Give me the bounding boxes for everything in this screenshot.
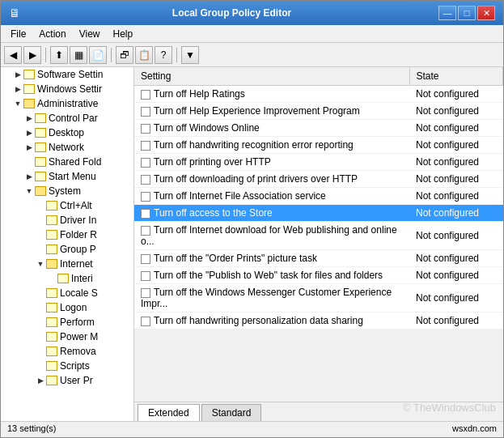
table-row[interactable]: Turn off Internet download for Web publi… (134, 222, 503, 250)
tree-item-driverinfo[interactable]: Driver In (1, 213, 133, 228)
show-hide-button[interactable]: ▦ (70, 46, 87, 64)
properties-button[interactable]: 📋 (135, 46, 153, 64)
folder-icon-software (23, 70, 35, 79)
folder-icon-inter-sub (57, 274, 69, 283)
folder-icon-desktop (35, 128, 46, 138)
folder-icon-userpr (46, 376, 57, 385)
tree-item-grouppol[interactable]: Group P (1, 242, 133, 257)
folder-icon-powerm (46, 332, 57, 342)
export-button[interactable]: 📄 (89, 46, 107, 64)
tree-item-scripts[interactable]: Scripts (1, 359, 133, 373)
tree-item-userpr[interactable]: ▶ User Pr (1, 373, 133, 388)
tree-expand-controlpanel[interactable]: ▶ (23, 113, 35, 124)
tree-label-scripts: Scripts (60, 360, 90, 372)
new-window-button[interactable]: 🗗 (116, 46, 133, 64)
setting-cell: Turn off the "Publish to Web" task for f… (134, 267, 409, 284)
tree-item-inter-sub[interactable]: Interi (1, 271, 133, 286)
tree-label-startmenu: Start Menu (49, 171, 96, 182)
tree-item-network[interactable]: ▶ Network (1, 140, 133, 155)
forward-button[interactable]: ▶ (23, 46, 41, 64)
tree-item-sharedfolder[interactable]: Shared Fold (1, 155, 133, 169)
tree-expand-perform (35, 317, 46, 328)
tree-expand-scripts (35, 360, 46, 372)
table-row[interactable]: Turn off Windows OnlineNot configured (134, 120, 503, 137)
tree-item-internet[interactable]: ▼ Internet (1, 257, 133, 271)
table-row[interactable]: Turn off Help RatingsNot configured (134, 86, 503, 103)
tree-expand-inter-sub (46, 273, 57, 284)
table-row[interactable]: Turn off the "Publish to Web" task for f… (134, 267, 503, 284)
tree-label-locales: Locale S (60, 287, 98, 299)
up-button[interactable]: ⬆ (50, 46, 68, 64)
setting-cell: Turn off Internet download for Web publi… (134, 222, 409, 250)
table-row[interactable]: Turn off access to the StoreNot configur… (134, 205, 503, 222)
tree-item-ctrlalt[interactable]: Ctrl+Alt (1, 198, 133, 213)
tree-expand-windows[interactable]: ▶ (12, 83, 23, 95)
folder-icon-folderr (46, 230, 57, 240)
tree-item-folderr[interactable]: Folder R (1, 228, 133, 242)
tree-item-powerm[interactable]: Power M (1, 330, 133, 344)
table-row[interactable]: Turn off Internet File Association servi… (134, 188, 503, 205)
state-cell: Not configured (409, 284, 503, 313)
row-setting-icon (141, 90, 150, 100)
menu-file[interactable]: File (4, 27, 32, 40)
help-button[interactable]: ? (155, 46, 172, 64)
setting-cell: Turn off the Windows Messenger Customer … (134, 284, 409, 313)
menu-action[interactable]: Action (32, 27, 72, 40)
minimize-button[interactable]: — (438, 6, 456, 20)
close-button[interactable]: ✕ (477, 6, 495, 20)
tree-item-remova[interactable]: Remova (1, 344, 133, 359)
tree-item-startmenu[interactable]: ▶ Start Menu (1, 169, 133, 184)
maximize-button[interactable]: □ (458, 6, 476, 20)
tree-expand-locales (35, 287, 46, 299)
status-count: 13 setting(s) (7, 423, 57, 436)
main-content: ▶ Software Settin ▶ Windows Settir ▼ Adm… (1, 67, 503, 421)
table-row[interactable]: Turn off printing over HTTPNot configure… (134, 154, 503, 171)
tree-item-system[interactable]: ▼ System (1, 184, 133, 198)
table-row[interactable]: Turn off downloading of print drivers ov… (134, 171, 503, 188)
toolbar: ◀ ▶ ⬆ ▦ 📄 🗗 📋 ? ▼ (1, 43, 503, 67)
table-row[interactable]: Turn off handwriting recognition error r… (134, 137, 503, 154)
toolbar-separator-1 (45, 48, 46, 62)
watermark-text: wsxdn.com (452, 423, 497, 436)
tree-expand-administrative[interactable]: ▼ (12, 98, 23, 109)
tree-item-windows[interactable]: ▶ Windows Settir (1, 82, 133, 96)
tree-expand-desktop[interactable]: ▶ (23, 127, 35, 138)
tree-expand-network[interactable]: ▶ (23, 142, 35, 153)
state-cell: Not configured (409, 188, 503, 205)
tree-expand-remova (35, 346, 46, 357)
tree-expand-startmenu[interactable]: ▶ (23, 171, 35, 182)
tree-expand-userpr[interactable]: ▶ (35, 375, 46, 386)
state-cell: Not configured (409, 154, 503, 171)
folder-icon-administrative (23, 99, 35, 108)
tree-expand-internet[interactable]: ▼ (35, 258, 46, 270)
table-row[interactable]: Turn off the "Order Prints" picture task… (134, 250, 503, 267)
back-button[interactable]: ◀ (4, 46, 22, 64)
window-icon: 🖥 (9, 6, 25, 19)
menu-bar: File Action View Help (1, 25, 503, 43)
state-cell: Not configured (409, 250, 503, 267)
tree-item-software[interactable]: ▶ Software Settin (1, 67, 133, 82)
tree-item-perform[interactable]: Perform (1, 315, 133, 330)
table-row[interactable]: Turn off handwriting personalization dat… (134, 313, 503, 330)
filter-button[interactable]: ▼ (181, 46, 199, 64)
folder-icon-sharedfolder (35, 157, 46, 167)
menu-view[interactable]: View (73, 27, 107, 40)
settings-table: Setting State Turn off Help RatingsNot c… (134, 67, 503, 330)
tab-standard[interactable]: Standard (201, 404, 262, 421)
tree-item-locales[interactable]: Locale S (1, 286, 133, 300)
menu-help[interactable]: Help (107, 27, 140, 40)
row-setting-icon (141, 317, 150, 326)
tab-extended[interactable]: Extended (138, 404, 200, 421)
tree-item-logon[interactable]: Logon (1, 300, 133, 315)
table-row[interactable]: Turn off Help Experience Improvement Pro… (134, 103, 503, 120)
tree-label-administrative: Administrative (37, 98, 98, 109)
tree-expand-system[interactable]: ▼ (23, 185, 35, 197)
tree-expand-powerm (35, 331, 46, 342)
tree-label-system: System (49, 185, 81, 197)
table-row[interactable]: Turn off the Windows Messenger Customer … (134, 284, 503, 313)
tree-item-desktop[interactable]: ▶ Desktop (1, 125, 133, 140)
tree-item-controlpanel[interactable]: ▶ Control Par (1, 111, 133, 125)
details-table: Setting State Turn off Help RatingsNot c… (134, 67, 503, 402)
tree-item-administrative[interactable]: ▼ Administrative (1, 96, 133, 111)
tree-expand-software[interactable]: ▶ (12, 69, 23, 80)
